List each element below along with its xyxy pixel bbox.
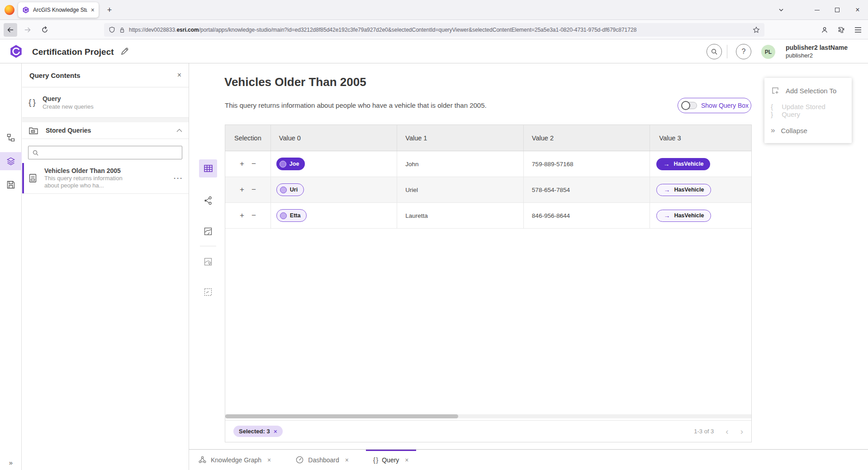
tab-close-icon[interactable]: × (267, 456, 271, 464)
tab-close-icon[interactable]: × (405, 456, 408, 464)
table-row[interactable]: + − Joe John 759-889-57168 →HasVehicle (225, 151, 751, 177)
column-header-value2[interactable]: Value 2 (523, 125, 650, 151)
column-header-value0[interactable]: Value 0 (270, 125, 397, 151)
remove-selection-icon[interactable]: − (251, 185, 256, 194)
stored-query-doc-icon (28, 167, 37, 183)
tab-query[interactable]: { } Query × (366, 450, 416, 470)
stored-query-item[interactable]: Vehicles Older Than 2005 This query retu… (22, 163, 189, 194)
clear-selection-icon[interactable]: × (274, 428, 277, 435)
menu-item-collapse[interactable]: » Collapse (764, 120, 852, 140)
scrollbar-thumb[interactable] (225, 414, 458, 418)
column-header-value3[interactable]: Value 3 (650, 125, 751, 151)
app-logo[interactable] (9, 44, 23, 58)
horizontal-scrollbar[interactable] (225, 413, 751, 420)
map-view-button[interactable] (199, 222, 217, 240)
firefox-icon (5, 5, 14, 15)
add-selection-icon[interactable]: + (240, 159, 244, 168)
stored-queries-header[interactable]: Stored Queries (22, 122, 189, 139)
dashboard-gauge-icon (295, 456, 304, 464)
toggle-knob[interactable] (681, 101, 690, 110)
map-selection-view-button[interactable] (199, 253, 217, 271)
cell-value2: 759-889-57168 (523, 151, 650, 177)
table-row[interactable]: + − Uri Uriel 578-654-7854 →HasVehicle (225, 177, 751, 203)
user-avatar[interactable]: PL (761, 45, 775, 59)
menu-item-add-selection-to[interactable]: Add Selection To (764, 81, 852, 101)
relationship-chip[interactable]: →HasVehicle (656, 210, 711, 222)
bookmark-star-icon[interactable] (753, 26, 760, 34)
selected-indicator-bar (22, 163, 24, 193)
forward-button[interactable] (21, 23, 34, 37)
tab-knowledge-graph[interactable]: Knowledge Graph × (191, 450, 278, 470)
relationship-chip[interactable]: →HasVehicle (656, 158, 710, 170)
tab-close-icon[interactable]: × (91, 6, 95, 14)
tracking-shield-icon[interactable] (109, 26, 115, 34)
cell-value2: 578-654-7854 (523, 177, 650, 202)
rail-layers-icon[interactable] (0, 152, 22, 170)
tab-close-icon[interactable]: × (345, 456, 349, 464)
account-icon[interactable] (818, 23, 831, 37)
entity-chip[interactable]: Uri (276, 183, 304, 196)
stored-queries-search[interactable] (28, 146, 182, 159)
link-chart-view-button[interactable] (199, 192, 217, 210)
knowledge-graph-icon (198, 456, 207, 464)
panel-close-icon[interactable]: × (177, 71, 181, 79)
rail-save-icon[interactable] (0, 176, 22, 194)
selection-context-menu: Add Selection To { } Update Stored Query… (764, 78, 852, 143)
select-tool-button[interactable] (199, 283, 217, 301)
url-text: https://dev0028833.esri.com/portal/apps/… (129, 27, 749, 33)
magnifier-icon (32, 149, 39, 156)
toggle-switch[interactable] (682, 102, 697, 109)
browser-tab[interactable]: ArcGIS Knowledge Studio × (18, 2, 99, 18)
app-favicon (22, 6, 29, 14)
extensions-puzzle-icon[interactable] (835, 23, 848, 37)
relationship-chip[interactable]: →HasVehicle (656, 184, 711, 196)
hamburger-menu-icon[interactable] (851, 23, 865, 37)
back-button[interactable] (4, 23, 17, 37)
remove-selection-icon[interactable]: − (251, 211, 256, 220)
show-query-box-toggle[interactable]: Show Query Box (678, 98, 751, 113)
results-table: Selection Value 0 Value 1 Value 2 Value … (225, 125, 752, 442)
table-view-button[interactable] (199, 159, 217, 177)
rail-expand-chevrons[interactable]: » (0, 459, 22, 466)
table-header-row: Selection Value 0 Value 1 Value 2 Value … (225, 125, 751, 151)
lock-icon[interactable] (119, 27, 125, 34)
table-empty-space (225, 229, 751, 413)
entity-dot-icon (280, 212, 287, 219)
search-button[interactable] (707, 44, 722, 59)
cell-value1: John (397, 151, 523, 177)
stored-query-options-icon[interactable]: ··· (174, 167, 183, 182)
window-minimize-button[interactable] (807, 0, 826, 20)
tab-title: ArcGIS Knowledge Studio (33, 7, 87, 13)
arrow-right-icon: → (663, 160, 669, 168)
tab-dashboard[interactable]: Dashboard × (288, 450, 356, 470)
selected-count-chip[interactable]: Selected: 3 × (233, 426, 283, 437)
cell-value1: Lauretta (397, 203, 523, 228)
add-selection-icon[interactable]: + (240, 185, 244, 194)
window-close-button[interactable]: × (848, 0, 867, 20)
entity-chip[interactable]: Joe (276, 158, 305, 170)
edit-pencil-icon[interactable] (120, 47, 129, 56)
search-input[interactable] (43, 149, 178, 156)
query-item[interactable]: { } Query Create new queries (22, 87, 189, 118)
column-header-selection[interactable]: Selection (225, 125, 270, 151)
add-selection-to-icon (771, 86, 780, 95)
window-maximize-button[interactable] (828, 0, 847, 20)
help-button[interactable]: ? (736, 44, 751, 59)
remove-selection-icon[interactable]: − (251, 159, 256, 168)
column-header-value1[interactable]: Value 1 (397, 125, 523, 151)
cell-value2: 846-956-8644 (523, 203, 650, 228)
next-page-icon[interactable]: › (740, 427, 743, 436)
header-divider (727, 45, 727, 58)
tab-list-chevron-icon[interactable] (772, 0, 791, 20)
chevron-up-icon[interactable] (176, 129, 182, 132)
url-bar[interactable]: https://dev0028833.esri.com/portal/apps/… (104, 23, 764, 37)
show-query-box-label: Show Query Box (701, 102, 749, 109)
table-row[interactable]: + − Etta Lauretta 846-956-8644 →HasVehic… (225, 203, 751, 229)
add-selection-icon[interactable]: + (240, 211, 244, 220)
previous-page-icon[interactable]: ‹ (726, 427, 728, 436)
rail-project-tree-icon[interactable] (0, 129, 22, 147)
reload-button[interactable] (38, 23, 52, 37)
menu-item-update-stored-query[interactable]: { } Update Stored Query (764, 101, 852, 120)
new-tab-button[interactable]: + (103, 4, 116, 16)
entity-chip[interactable]: Etta (276, 209, 307, 222)
